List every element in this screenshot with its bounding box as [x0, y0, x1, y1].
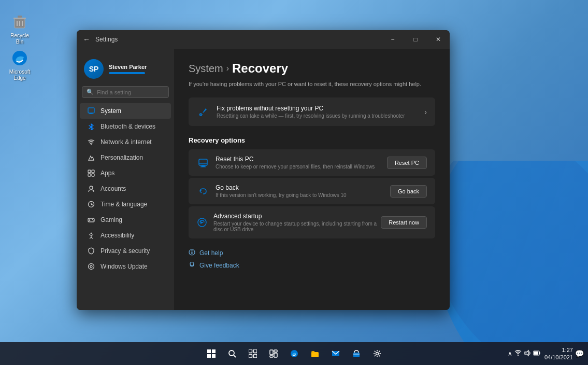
maximize-button[interactable]: □ — [404, 30, 427, 49]
taskbar-notification-icon[interactable]: 💬 — [575, 349, 584, 358]
fix-card-icon — [197, 107, 209, 117]
go-back-card: Go back If this version isn't working, t… — [189, 178, 435, 204]
sidebar-item-bluetooth[interactable]: Bluetooth & devices — [80, 119, 171, 134]
sidebar-item-apps[interactable]: Apps — [80, 165, 171, 181]
title-bar: ← Settings − □ ✕ — [77, 30, 450, 49]
svg-rect-30 — [199, 159, 207, 165]
svg-point-28 — [90, 265, 92, 268]
taskbar-network-icon[interactable] — [514, 349, 522, 358]
fix-card-subtitle: Resetting can take a while — first, try … — [217, 113, 405, 119]
svg-rect-62 — [539, 352, 540, 354]
svg-rect-45 — [249, 349, 252, 353]
user-info: Steven Parker — [109, 64, 147, 74]
svg-rect-11 — [89, 114, 93, 114]
svg-rect-4 — [18, 16, 22, 18]
search-box[interactable]: 🔍 — [82, 86, 169, 98]
svg-point-25 — [93, 220, 94, 221]
reset-pc-card: Reset this PC Choose to keep or remove y… — [189, 149, 435, 176]
taskbar-time-display: 1:27 — [544, 346, 573, 354]
accounts-icon — [87, 185, 95, 193]
svg-rect-16 — [92, 174, 94, 176]
sidebar-label-apps: Apps — [101, 170, 114, 177]
sidebar-label-time: Time & language — [101, 201, 147, 208]
restart-now-button[interactable]: Restart now — [381, 216, 427, 229]
taskbar-chevron[interactable]: ∧ — [508, 350, 512, 357]
get-help-label: Get help — [199, 249, 223, 257]
reset-pc-text: Reset this PC Choose to keep or remove y… — [216, 156, 375, 170]
svg-point-27 — [89, 264, 94, 270]
taskbar-battery-icon[interactable] — [533, 350, 540, 357]
sidebar-item-windows-update[interactable]: Windows Update — [80, 259, 171, 274]
sidebar-item-accessibility[interactable]: Accessibility — [80, 228, 171, 243]
taskbar-widgets-icon[interactable] — [264, 344, 283, 363]
svg-line-44 — [234, 355, 236, 357]
svg-rect-40 — [212, 349, 216, 353]
give-feedback-label: Give feedback — [199, 262, 239, 269]
advanced-startup-title: Advanced startup — [213, 213, 381, 220]
main-content: System › Recovery If you're having probl… — [174, 49, 450, 310]
taskbar-right: ∧ 1:27 04/10/2021 💬 — [508, 346, 584, 361]
taskbar-mail-icon[interactable] — [326, 344, 345, 363]
svg-point-43 — [229, 350, 234, 356]
sidebar-item-personalization[interactable]: Personalization — [80, 150, 171, 165]
taskbar-task-view-icon[interactable] — [243, 344, 262, 363]
advanced-startup-text: Advanced startup Restart your device to … — [213, 213, 381, 232]
minimize-button[interactable]: − — [381, 30, 404, 49]
go-back-button[interactable]: Go back — [390, 185, 427, 198]
close-button[interactable]: ✕ — [427, 30, 450, 49]
reset-pc-button[interactable]: Reset PC — [387, 157, 427, 169]
recycle-bin-icon[interactable]: Recycle Bin — [4, 10, 35, 47]
search-input[interactable] — [97, 89, 164, 95]
sidebar-item-network[interactable]: Network & internet — [80, 134, 171, 150]
taskbar-store-icon[interactable] — [347, 344, 366, 363]
svg-rect-42 — [212, 354, 216, 358]
go-back-subtitle: If this version isn't working, try going… — [216, 192, 347, 198]
get-help-icon — [189, 249, 195, 257]
taskbar-search-icon[interactable] — [223, 344, 241, 363]
back-button[interactable]: ← — [83, 35, 90, 44]
search-icon: 🔍 — [87, 89, 94, 95]
recycle-bin-label: Recycle Bin — [6, 33, 33, 45]
svg-rect-13 — [88, 170, 91, 173]
get-help-link[interactable]: Get help — [189, 247, 435, 259]
taskbar-settings-icon[interactable] — [368, 344, 386, 363]
help-section: Get help Give feedback — [189, 247, 435, 272]
svg-line-20 — [91, 204, 93, 205]
sidebar-item-accounts[interactable]: Accounts — [80, 181, 171, 196]
svg-rect-56 — [353, 353, 360, 357]
fix-card-text: Fix problems without resetting your PC R… — [217, 105, 405, 119]
windows-update-icon — [87, 262, 95, 271]
taskbar-explorer-icon[interactable] — [306, 344, 324, 363]
reset-pc-subtitle: Choose to keep or remove your personal f… — [216, 164, 375, 170]
edge-icon[interactable]: Microsoft Edge — [4, 47, 35, 83]
svg-rect-39 — [207, 349, 211, 353]
svg-point-17 — [90, 186, 93, 189]
taskbar-sys-icons: ∧ — [508, 349, 540, 358]
taskbar-windows-icon[interactable] — [202, 344, 221, 363]
accessibility-icon — [87, 231, 95, 240]
desktop: Recycle Bin Microsoft Edge ← Settings − … — [0, 0, 588, 365]
sidebar-item-time[interactable]: Time & language — [80, 196, 171, 212]
svg-rect-52 — [270, 356, 273, 357]
svg-marker-60 — [525, 350, 528, 356]
sidebar-item-system[interactable]: System — [80, 103, 171, 119]
taskbar-clock[interactable]: 1:27 04/10/2021 — [544, 346, 573, 361]
svg-rect-9 — [88, 108, 94, 113]
user-bar — [109, 72, 145, 74]
svg-rect-3 — [13, 18, 26, 19]
svg-rect-31 — [202, 165, 205, 166]
taskbar-date-display: 04/10/2021 — [544, 354, 573, 361]
taskbar-volume-icon[interactable] — [524, 349, 531, 358]
sidebar-label-gaming: Gaming — [101, 216, 122, 223]
taskbar-edge-icon[interactable] — [285, 344, 304, 363]
breadcrumb-current: Recovery — [232, 61, 288, 76]
fix-problems-card[interactable]: Fix problems without resetting your PC R… — [189, 97, 435, 126]
sidebar-item-gaming[interactable]: Gaming — [80, 212, 171, 228]
sidebar-item-privacy[interactable]: Privacy & security — [80, 243, 171, 259]
page-description: If you're having problems with your PC o… — [189, 81, 435, 87]
breadcrumb-parent[interactable]: System — [189, 63, 223, 75]
system-icon — [87, 107, 95, 115]
fix-card-arrow: › — [424, 108, 427, 116]
breadcrumb: System › Recovery — [189, 61, 435, 76]
give-feedback-link[interactable]: Give feedback — [189, 259, 435, 272]
